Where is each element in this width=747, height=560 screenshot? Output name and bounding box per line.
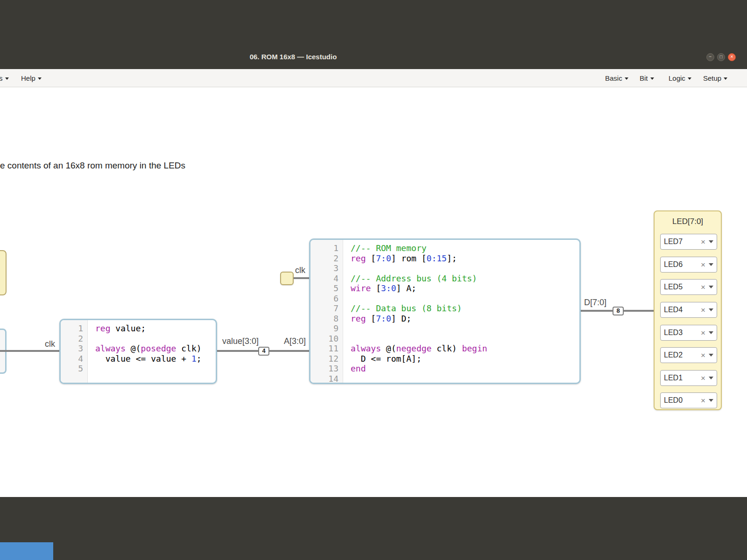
led-row-label: LED2 — [664, 351, 701, 359]
code-text: reg [7:0] rom [0:15]; — [343, 253, 457, 264]
chevron-down-icon — [724, 77, 727, 80]
code-text: value <= value + 1; — [88, 354, 202, 364]
code-line: 2 — [61, 334, 216, 344]
code-line: 3always @(posedge clk) — [61, 343, 216, 354]
code-line: 5 — [61, 364, 216, 374]
window-title: 06. ROM 16x8 — Icestudio — [250, 53, 337, 61]
line-number: 3 — [61, 343, 88, 354]
chevron-down-icon[interactable] — [709, 331, 713, 334]
close-icon[interactable]: × — [701, 306, 705, 314]
menu-item-label: Bit — [640, 74, 648, 82]
line-number: 2 — [310, 253, 343, 264]
line-number: 10 — [310, 334, 343, 344]
bottom-bar — [0, 497, 747, 560]
clock-input-pin[interactable] — [280, 272, 294, 285]
led-row[interactable]: LED1 × — [660, 370, 717, 386]
line-number: 4 — [61, 354, 88, 364]
menu-item-label: Help — [21, 74, 35, 82]
led-row[interactable]: LED3 × — [660, 325, 717, 341]
chevron-down-icon[interactable] — [709, 286, 713, 288]
led-row-label: LED3 — [664, 329, 701, 337]
menu-item-bit[interactable]: Bit — [640, 69, 654, 87]
line-number: 1 — [61, 323, 88, 334]
rom-code-block[interactable]: 1//-- ROM memory2reg [7:0] rom [0:15];34… — [309, 238, 581, 384]
port-label-d: D[7:0] — [584, 298, 606, 308]
code-text: //-- Address bus (4 bits) — [343, 273, 477, 284]
menu-item-label: s — [0, 74, 3, 82]
close-button[interactable]: × — [728, 53, 736, 61]
wire-clk-to-counter — [0, 350, 59, 352]
menu-item-cutoff[interactable]: s — [0, 69, 9, 87]
close-icon[interactable]: × — [701, 351, 705, 359]
code-editor: 1//-- ROM memory2reg [7:0] rom [0:15];34… — [310, 240, 579, 383]
port-label-clk-rom: clk — [292, 266, 308, 275]
line-number: 3 — [310, 263, 343, 273]
led-block-title: LED[7:0] — [655, 217, 721, 226]
led-row[interactable]: LED6 × — [660, 257, 717, 273]
close-icon[interactable]: × — [701, 374, 705, 382]
line-number: 13 — [310, 364, 343, 374]
code-text: wire [3:0] A; — [343, 283, 416, 294]
menu-item-logic[interactable]: Logic — [669, 69, 691, 87]
code-line: 3 — [310, 263, 579, 273]
close-icon[interactable]: × — [701, 397, 705, 405]
close-icon[interactable]: × — [701, 283, 705, 291]
chevron-down-icon[interactable] — [709, 354, 713, 357]
line-number: 12 — [310, 354, 343, 364]
canvas-note-text: e contents of an 16x8 rom memory in the … — [0, 161, 185, 171]
line-number: 1 — [310, 243, 343, 253]
design-canvas[interactable]: e contents of an 16x8 rom memory in the … — [0, 87, 747, 497]
menu-item-label: Basic — [605, 74, 622, 82]
close-icon[interactable]: × — [701, 261, 705, 269]
close-icon[interactable]: × — [701, 329, 705, 337]
led-row[interactable]: LED0 × — [660, 392, 717, 408]
chevron-down-icon — [650, 77, 654, 80]
close-icon[interactable]: × — [701, 238, 705, 246]
code-line: 1//-- ROM memory — [310, 243, 579, 253]
port-label-value: value[3:0] — [222, 336, 259, 346]
led-output-block[interactable]: LED[7:0] LED7 × LED6 × LED5 × LED4 × — [654, 210, 722, 410]
code-text — [343, 374, 351, 383]
menu-item-basic[interactable]: Basic — [605, 69, 628, 87]
wire-clk-to-rom — [294, 277, 309, 279]
led-row[interactable]: LED4 × — [660, 302, 717, 318]
code-line: 12 D <= rom[A]; — [310, 354, 579, 364]
code-line: 1reg value; — [61, 323, 216, 334]
led-row[interactable]: LED5 × — [660, 279, 717, 295]
code-line: 5wire [3:0] A; — [310, 283, 579, 294]
code-line: 7//-- Data bus (8 bits) — [310, 303, 579, 314]
code-text: end — [343, 364, 366, 374]
code-line: 14 — [310, 374, 579, 383]
code-line: 11always @(negedge clk) begin — [310, 343, 579, 354]
menu-item-help[interactable]: Help — [21, 69, 42, 87]
code-text: reg [7:0] D; — [343, 314, 411, 324]
maximize-button[interactable]: □ — [717, 53, 725, 61]
chevron-down-icon[interactable] — [709, 263, 713, 266]
menu-item-label: Setup — [703, 74, 721, 82]
counter-code-block[interactable]: 1reg value;23always @(posedge clk)4 valu… — [59, 319, 217, 384]
line-number: 5 — [310, 283, 343, 294]
chevron-down-icon[interactable] — [709, 240, 713, 243]
chevron-down-icon[interactable] — [709, 377, 713, 379]
code-text: always @(posedge clk) — [88, 343, 202, 354]
partial-input-block[interactable] — [0, 250, 7, 295]
chevron-down-icon — [38, 77, 42, 80]
code-text: //-- Data bus (8 bits) — [343, 303, 462, 314]
code-line: 4 value <= value + 1; — [61, 354, 216, 364]
code-text — [88, 364, 95, 374]
code-line: 2reg [7:0] rom [0:15]; — [310, 253, 579, 264]
code-text: D <= rom[A]; — [343, 354, 422, 364]
led-row[interactable]: LED7 × — [660, 234, 717, 250]
bus-width-badge: 8 — [613, 307, 624, 315]
screen: 06. ROM 16x8 — Icestudio − □ × s Help Ba… — [0, 0, 747, 560]
menu-item-setup[interactable]: Setup — [703, 69, 727, 87]
maximize-icon: □ — [719, 54, 722, 59]
minimize-button[interactable]: − — [706, 53, 714, 61]
led-row[interactable]: LED2 × — [660, 347, 717, 363]
code-line: 9 — [310, 323, 579, 334]
menu-bar: s Help Basic Bit Logic Setup — [0, 69, 747, 87]
chevron-down-icon[interactable] — [709, 399, 713, 402]
code-text: reg value; — [88, 323, 146, 334]
led-row-label: LED5 — [664, 283, 701, 291]
chevron-down-icon[interactable] — [709, 308, 713, 311]
